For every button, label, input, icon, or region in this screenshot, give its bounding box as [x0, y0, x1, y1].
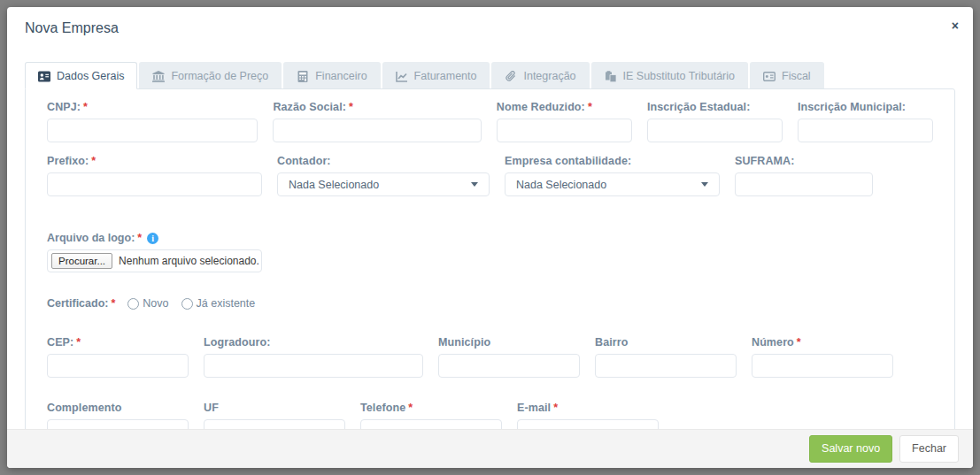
certificado-row: Certificado:* Novo Já existente [47, 297, 933, 310]
arquivo-logo-file-input[interactable]: Procurar... Nenhum arquivo selecionado. [47, 249, 262, 272]
prefixo-field: Prefixo:* [47, 155, 262, 196]
required-asterisk: * [408, 402, 413, 414]
caret-down-icon [701, 182, 708, 187]
empresa-contabilidade-select[interactable]: Nada Selecionado [505, 172, 720, 196]
paste-icon [605, 71, 617, 82]
calculator-icon [297, 71, 309, 82]
tab-fiscal[interactable]: Fiscal [750, 62, 824, 88]
required-asterisk: * [137, 232, 142, 244]
radio-label: Novo [143, 297, 168, 310]
uf-input[interactable] [204, 419, 345, 429]
cnpj-input[interactable] [47, 119, 258, 142]
nome-reduzido-label: Nome Reduzido:* [497, 101, 632, 113]
numero-label: Número* [752, 336, 893, 349]
form-row-4: Complemento UF Telefone* E-mail* [47, 402, 933, 429]
municipio-label: Município [438, 336, 580, 349]
tab-dados-gerais[interactable]: Dados Gerais [25, 62, 137, 89]
arquivo-logo-label-row: Arquivo da logo:* i [47, 232, 933, 244]
caret-down-icon [471, 182, 478, 187]
radio-icon[interactable] [181, 298, 193, 310]
tab-integracao[interactable]: Integração [491, 62, 589, 88]
complemento-field: Complemento [47, 402, 189, 429]
tab-content-panel: CNPJ:* Razão Social:* Nome Reduzido:* In… [25, 88, 955, 429]
inscricao-municipal-label: Inscrição Municipal: [798, 101, 933, 113]
razao-social-field: Razão Social:* [273, 101, 481, 142]
contador-selected-value: Nada Selecionado [289, 179, 379, 191]
certificado-option-ja-existente[interactable]: Já existente [181, 297, 256, 310]
bairro-field: Bairro [595, 336, 737, 378]
uf-field: UF [204, 402, 345, 429]
close-button[interactable]: Fechar [899, 435, 959, 463]
bairro-input[interactable] [595, 354, 737, 378]
id-card-icon [763, 71, 776, 82]
logradouro-input[interactable] [204, 354, 423, 378]
close-icon[interactable]: × [952, 19, 959, 32]
tab-faturamento[interactable]: Faturamento [382, 62, 490, 88]
certificado-label: Certificado:* [47, 297, 115, 310]
line-chart-icon [396, 71, 408, 82]
tab-financeiro[interactable]: Financeiro [283, 62, 380, 88]
municipio-input[interactable] [438, 354, 580, 378]
inscricao-estadual-input[interactable] [647, 119, 783, 142]
telefone-input[interactable] [360, 419, 502, 429]
bairro-label: Bairro [595, 336, 737, 349]
empresa-contabilidade-selected-value: Nada Selecionado [516, 179, 606, 191]
contador-label: Contador: [277, 155, 490, 167]
browse-button[interactable]: Procurar... [51, 253, 112, 269]
required-asterisk: * [111, 297, 115, 310]
save-button[interactable]: Salvar novo [809, 435, 892, 463]
tab-label: Integração [523, 70, 575, 82]
uf-label: UF [204, 402, 345, 414]
tab-bar: Dados Gerais Formação de Preço Financeir… [25, 62, 955, 88]
complemento-input[interactable] [47, 419, 189, 429]
form-row-3: CEP:* Logradouro: Município Bairro Númer… [47, 336, 933, 378]
certificado-option-novo[interactable]: Novo [127, 297, 168, 310]
info-icon[interactable]: i [147, 233, 158, 244]
empresa-contabilidade-label: Empresa contabilidade: [505, 155, 720, 167]
tab-formacao-de-preco[interactable]: Formação de Preço [139, 62, 282, 88]
complemento-label: Complemento [47, 402, 189, 414]
nome-reduzido-input[interactable] [497, 119, 632, 142]
prefixo-label: Prefixo:* [47, 155, 262, 167]
tab-label: Faturamento [414, 70, 477, 82]
cep-label: CEP:* [47, 336, 189, 349]
logradouro-field: Logradouro: [204, 336, 423, 378]
tab-label: Dados Gerais [57, 70, 124, 82]
required-asterisk: * [553, 402, 558, 414]
inscricao-municipal-input[interactable] [798, 119, 933, 142]
empresa-contabilidade-field: Empresa contabilidade: Nada Selecionado [505, 155, 720, 196]
cnpj-label: CNPJ:* [47, 101, 258, 113]
suframa-field: SUFRAMA: [735, 155, 873, 196]
numero-input[interactable] [752, 354, 893, 378]
tab-ie-substituto-tributario[interactable]: IE Substituto Tributário [591, 62, 748, 88]
nome-reduzido-field: Nome Reduzido:* [497, 101, 632, 142]
cep-field: CEP:* [47, 336, 189, 378]
form-row-1: CNPJ:* Razão Social:* Nome Reduzido:* In… [47, 101, 933, 142]
cep-input[interactable] [47, 354, 189, 378]
tab-label: Formação de Preço [171, 70, 268, 82]
page-title: Nova Empresa [25, 20, 119, 35]
contador-select[interactable]: Nada Selecionado [277, 172, 490, 196]
required-asterisk: * [91, 155, 96, 167]
radio-icon[interactable] [127, 298, 139, 310]
arquivo-logo-label: Arquivo da logo:* [47, 232, 142, 244]
paperclip-icon [505, 71, 517, 82]
municipio-field: Município [438, 336, 580, 378]
email-label: E-mail* [517, 402, 659, 414]
telefone-field: Telefone* [360, 402, 502, 429]
inscricao-municipal-field: Inscrição Municipal: [798, 101, 933, 142]
contador-field: Contador: Nada Selecionado [277, 155, 490, 196]
suframa-input[interactable] [735, 172, 873, 196]
nova-empresa-modal: Nova Empresa × Dados Gerais Formação de … [7, 7, 973, 468]
logradouro-label: Logradouro: [204, 336, 423, 349]
razao-social-input[interactable] [273, 119, 481, 142]
telefone-label: Telefone* [360, 402, 502, 414]
required-asterisk: * [797, 336, 801, 349]
form-row-2: Prefixo:* Contador: Nada Selecionado Emp… [47, 155, 933, 196]
tab-label: IE Substituto Tributário [623, 70, 735, 82]
radio-label: Já existente [197, 297, 256, 310]
prefixo-input[interactable] [47, 172, 262, 196]
email-input[interactable] [517, 419, 659, 429]
tab-label: Fiscal [782, 70, 811, 82]
tab-label: Financeiro [315, 70, 367, 82]
